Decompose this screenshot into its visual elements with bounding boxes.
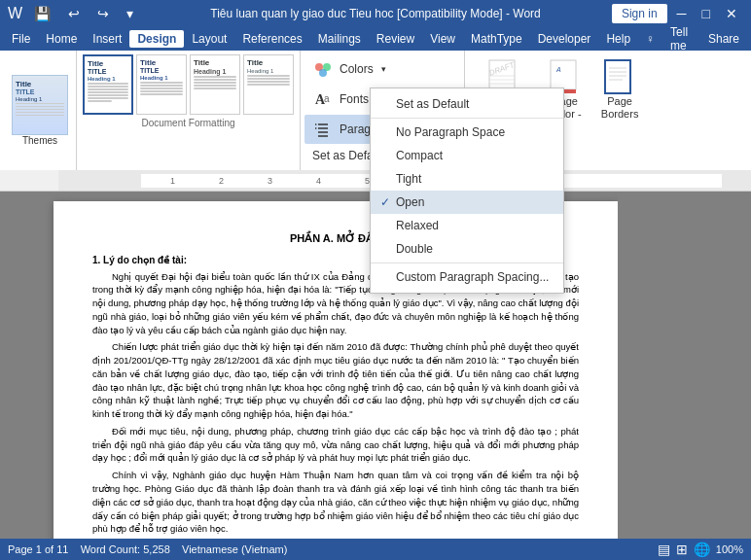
page-borders-label: Page <box>607 95 632 108</box>
dropdown-item-label-3: Compact <box>396 149 443 162</box>
dropdown-no-space[interactable]: No Paragraph Space <box>371 121 563 144</box>
dropdown-open[interactable]: ✓ Open <box>371 191 563 214</box>
menu-mathtype[interactable]: MathType <box>463 30 530 48</box>
menu-bar: File Home Insert Design Layout Reference… <box>0 27 751 51</box>
redo-button[interactable]: ↪ <box>91 4 115 23</box>
colors-icon <box>312 58 334 80</box>
minimize-button[interactable]: ─ <box>671 4 693 23</box>
dropdown-item-label: Set as Default <box>396 97 469 111</box>
svg-rect-19 <box>605 60 630 93</box>
dropdown-compact[interactable]: Compact <box>371 144 563 167</box>
menu-developer[interactable]: Developer <box>530 30 599 48</box>
status-left: Page 1 of 11 Word Count: 5,258 Vietnames… <box>8 543 287 555</box>
theme-item-2[interactable]: Title TITLE Heading 1 <box>136 54 187 115</box>
fonts-icon: A a <box>312 88 334 110</box>
dropdown-item-label-7: Double <box>396 242 433 256</box>
page-borders-sublabel: Borders <box>601 108 639 121</box>
menu-file[interactable]: File <box>4 30 38 48</box>
dropdown-item-label-4: Tight <box>396 172 421 186</box>
document-themes-row: Title TITLE Heading 1 Title TITLE Headin… <box>83 54 294 115</box>
svg-marker-9 <box>315 123 317 125</box>
theme-item-1[interactable]: Title TITLE Heading 1 <box>83 54 133 115</box>
para-3: Đối mới mục tiêu, nội dung, phương pháp,… <box>92 425 579 465</box>
themes-preview: Title TITLE Heading 1 <box>12 75 68 135</box>
read-mode-button[interactable]: ▤ <box>658 542 670 557</box>
page-borders-button[interactable]: Page Borders <box>594 54 645 124</box>
themes-section: Title TITLE Heading 1 Themes <box>4 51 77 170</box>
document-formatting-section: Title TITLE Heading 1 Title TITLE Headin… <box>77 51 301 170</box>
language: Vietnamese (Vietnam) <box>182 543 287 555</box>
colors-chevron: ▾ <box>381 64 386 74</box>
dropdown-relaxed[interactable]: Relaxed <box>371 214 563 237</box>
signin-button[interactable]: Sign in <box>612 4 667 23</box>
print-layout-button[interactable]: ⊞ <box>676 542 688 557</box>
svg-text:A: A <box>555 66 561 73</box>
menu-view[interactable]: View <box>422 30 463 48</box>
dropdown-item-label-5: Open <box>396 195 424 209</box>
dropdown-item-label-8: Custom Paragraph Spacing... <box>396 270 549 284</box>
check-icon-5: ✓ <box>380 195 396 209</box>
zoom-level: 100% <box>716 543 743 555</box>
theme-item-3[interactable]: Title Heading 1 <box>190 54 240 115</box>
menu-layout[interactable]: Layout <box>184 30 234 48</box>
paragraph-spacing-icon <box>312 119 334 140</box>
svg-rect-16 <box>551 60 576 89</box>
dropdown-double[interactable]: Double <box>371 237 563 261</box>
page-info: Page 1 of 11 <box>8 543 68 555</box>
fonts-label: Fonts <box>340 92 369 106</box>
status-bar: Page 1 of 11 Word Count: 5,258 Vietnames… <box>0 539 751 560</box>
menu-help[interactable]: Help <box>598 30 638 48</box>
word-app-icon: W <box>8 5 22 22</box>
word-count: Word Count: 5,258 <box>81 543 170 555</box>
themes-label: Themes <box>22 135 57 146</box>
colors-button[interactable]: Colors ▾ <box>304 54 460 84</box>
menu-review[interactable]: Review <box>369 30 422 48</box>
dropdown-set-default[interactable]: Set as Default <box>371 92 563 116</box>
menu-design[interactable]: Design <box>129 30 184 48</box>
right-panel <box>618 192 751 560</box>
dropdown-tight[interactable]: Tight <box>371 167 563 191</box>
web-layout-button[interactable]: 🌐 <box>694 542 710 557</box>
dropdown-item-label-2: No Paragraph Space <box>396 125 505 139</box>
close-button[interactable]: ✕ <box>720 4 743 23</box>
theme-item-4[interactable]: Title Heading 1 <box>243 54 294 115</box>
themes-button[interactable]: Title TITLE Heading 1 Themes <box>12 75 68 146</box>
title-bar-controls: Sign in ─ □ ✕ <box>612 4 743 23</box>
dropdown-item-label-6: Relaxed <box>396 219 439 232</box>
title-bar-left: W 💾 ↩ ↪ ▾ <box>8 4 139 23</box>
paragraph-spacing-dropdown: Set as Default No Paragraph Space Compac… <box>370 88 564 294</box>
restore-button[interactable]: □ <box>697 4 716 23</box>
page-borders-icon <box>603 58 636 95</box>
undo-button[interactable]: ↩ <box>62 4 86 23</box>
customize-quick-access-button[interactable]: ▾ <box>121 4 139 23</box>
left-panel <box>0 192 54 560</box>
colors-label: Colors <box>340 62 374 76</box>
window-title: Tiêu luan quan ly giao duc Tieu hoc [Com… <box>139 7 612 20</box>
status-right: ▤ ⊞ 🌐 100% <box>658 542 743 557</box>
svg-point-2 <box>319 69 327 77</box>
save-button[interactable]: 💾 <box>28 4 56 23</box>
menu-home[interactable]: Home <box>38 30 85 48</box>
menu-share[interactable]: Share <box>700 30 747 48</box>
menu-mailings[interactable]: Mailings <box>310 30 369 48</box>
svg-text:a: a <box>324 93 330 104</box>
svg-marker-10 <box>315 127 317 129</box>
para-4: Chính vì vậy, Nghành giáo dục huyện Hàm … <box>92 469 579 536</box>
title-bar: W 💾 ↩ ↪ ▾ Tiêu luan quan ly giao duc Tie… <box>0 0 751 27</box>
menu-insert[interactable]: Insert <box>85 30 129 48</box>
menu-references[interactable]: References <box>234 30 309 48</box>
doc-format-label: Document Formatting <box>141 118 234 128</box>
para-2: Chiến lược phát triển giáo dục thời kỳ h… <box>92 340 579 421</box>
dropdown-custom[interactable]: Custom Paragraph Spacing... <box>371 265 563 289</box>
menu-person[interactable]: ♀ <box>638 30 662 48</box>
